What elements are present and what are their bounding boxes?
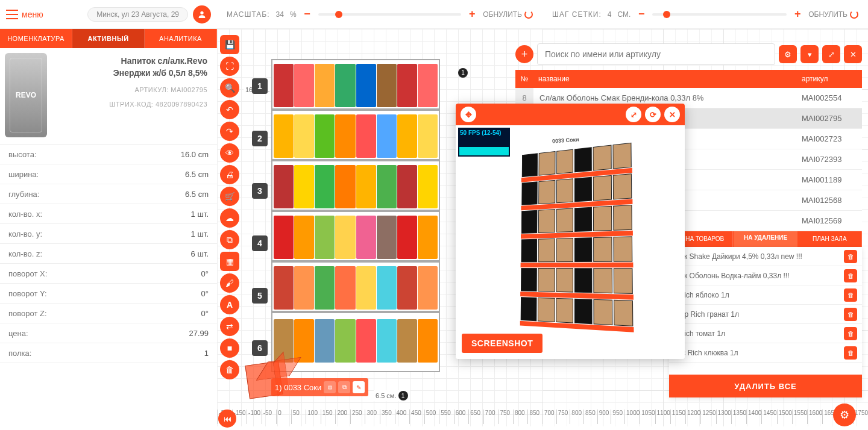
preview-fullscreen-button[interactable]: ⤢ <box>626 107 641 122</box>
slider-thumb[interactable] <box>663 11 670 18</box>
rack-3d[interactable] <box>520 142 634 332</box>
settings-button[interactable]: ⚙ <box>779 45 797 63</box>
product-facing[interactable] <box>377 266 397 310</box>
product-facing[interactable] <box>274 165 294 208</box>
scale-plus-button[interactable]: + <box>467 10 477 19</box>
property-row[interactable]: поворот Z:0° <box>0 304 217 323</box>
product-facing[interactable] <box>335 319 355 363</box>
preview-3d-body[interactable]: 50 FPS (12-54) 0033 Соки SCREENSHOT <box>456 125 685 359</box>
calculator-button[interactable]: ▦ <box>220 252 239 271</box>
shelf[interactable] <box>272 263 439 313</box>
property-row[interactable]: поворот X:0° <box>0 264 217 284</box>
deletion-row[interactable]: ктар Rich гранат 1л🗑 <box>669 305 862 324</box>
slider-thumb[interactable] <box>335 11 342 18</box>
deletion-row[interactable]: орс Rich клюква 1л🗑 <box>669 343 862 363</box>
menu-button[interactable]: меню <box>6 10 43 19</box>
product-facing[interactable] <box>418 64 438 107</box>
product-facing[interactable] <box>356 319 376 363</box>
deletion-row[interactable]: к Rich яблоко 1л🗑 <box>669 285 862 305</box>
move-button[interactable]: ✥ <box>461 107 476 122</box>
undo-button[interactable]: ↶ <box>220 100 239 119</box>
product-facing[interactable] <box>397 319 417 363</box>
duplicate-button[interactable]: ⧉ <box>220 230 239 249</box>
grid-minus-button[interactable]: − <box>637 10 646 19</box>
trash-icon[interactable]: 🗑 <box>844 327 857 340</box>
property-row[interactable]: цена:27.99 <box>0 323 217 343</box>
property-row[interactable]: кол-во. y:1 шт. <box>0 224 217 244</box>
block-edit-icon[interactable]: ✎ <box>353 381 365 393</box>
product-facing[interactable] <box>294 165 314 208</box>
block-tag[interactable]: 1) 0033 Соки ⚙ ⧉ ✎ <box>271 378 368 396</box>
swap-button[interactable]: ⇄ <box>220 317 239 336</box>
scale-reset-button[interactable]: ОБНУЛИТЬ <box>483 10 533 19</box>
preview-3d-header[interactable]: ✥ ⤢ ⟳ ✕ <box>456 104 685 125</box>
shelf[interactable] <box>272 212 439 263</box>
upload-button[interactable]: ☁ <box>220 208 239 228</box>
product-facing[interactable] <box>377 64 397 107</box>
product-facing[interactable] <box>397 216 417 259</box>
redo-button[interactable]: ↷ <box>220 122 239 141</box>
grid-plus-button[interactable]: + <box>793 10 802 19</box>
product-facing[interactable] <box>418 216 438 259</box>
delete-button[interactable]: 🗑 <box>220 360 239 379</box>
property-row[interactable]: глубина:6.5 cm <box>0 184 217 204</box>
product-facing[interactable] <box>274 64 294 107</box>
product-facing[interactable] <box>294 216 314 259</box>
add-button[interactable]: + <box>515 45 533 63</box>
block-settings-icon[interactable]: ⚙ <box>324 381 336 393</box>
product-facing[interactable] <box>274 216 294 259</box>
property-row[interactable]: ширина:6.5 cm <box>0 164 217 184</box>
product-facing[interactable] <box>294 64 314 107</box>
product-facing[interactable] <box>274 266 294 310</box>
product-facing[interactable] <box>377 114 397 158</box>
product-facing[interactable] <box>294 319 314 363</box>
shelf[interactable] <box>272 111 439 161</box>
product-facing[interactable] <box>356 216 376 259</box>
product-facing[interactable] <box>335 165 355 208</box>
product-facing[interactable] <box>377 319 397 363</box>
product-facing[interactable] <box>315 165 335 208</box>
product-facing[interactable] <box>397 64 417 107</box>
text-button[interactable]: A <box>220 295 239 314</box>
stop-button[interactable]: ■ <box>220 338 239 358</box>
location-text[interactable]: Минск, ул 23 Августа, 29 <box>87 7 188 22</box>
preview-close-button[interactable]: ✕ <box>664 107 680 122</box>
product-facing[interactable] <box>356 266 376 310</box>
property-row[interactable]: поворот Y:0° <box>0 284 217 304</box>
preview-refresh-button[interactable]: ⟳ <box>645 107 661 122</box>
grid-slider[interactable] <box>652 13 787 16</box>
search-button[interactable]: 🔍 <box>220 78 239 98</box>
product-facing[interactable] <box>294 114 314 158</box>
tab-analytics[interactable]: АНАЛИТИКА <box>145 29 217 48</box>
trash-icon[interactable]: 🗑 <box>844 308 857 321</box>
preview-3d-window[interactable]: ✥ ⤢ ⟳ ✕ 50 FPS (12-54) 0033 Соки SCREENS… <box>456 104 685 359</box>
cart-button[interactable]: 🛒 <box>220 187 239 206</box>
product-facing[interactable] <box>335 266 355 310</box>
deletion-row[interactable]: /алк Оболонь Водка-лайм 0,33л !!!🗑 <box>669 266 862 285</box>
product-facing[interactable] <box>356 165 376 208</box>
product-facing[interactable] <box>315 319 335 363</box>
product-facing[interactable] <box>356 114 376 158</box>
scale-slider[interactable] <box>318 13 462 16</box>
product-facing[interactable] <box>418 266 438 310</box>
product-facing[interactable] <box>418 165 438 208</box>
screenshot-button[interactable]: SCREENSHOT <box>462 334 542 353</box>
shelf[interactable] <box>272 313 439 364</box>
scale-minus-button[interactable]: − <box>303 10 312 19</box>
fullscreen-button[interactable]: ⛶ <box>220 57 239 76</box>
product-facing[interactable] <box>294 266 314 310</box>
settings-floating-button[interactable]: ⚙ <box>833 404 856 426</box>
product-facing[interactable] <box>315 216 335 259</box>
deletion-row[interactable]: к Rich томат 1л🗑 <box>669 324 862 343</box>
deletion-row[interactable]: /алк Shake Дайкири 4,5% 0,33л new !!!🗑 <box>669 247 862 266</box>
product-facing[interactable] <box>418 319 438 363</box>
product-facing[interactable] <box>377 216 397 259</box>
print-button[interactable]: 🖨 <box>220 165 239 184</box>
grid-reset-button[interactable]: ОБНУЛИТЬ <box>808 10 858 19</box>
product-facing[interactable] <box>418 114 438 158</box>
trash-icon[interactable]: 🗑 <box>844 288 857 302</box>
block-copy-icon[interactable]: ⧉ <box>338 381 350 393</box>
close-button[interactable]: ✕ <box>844 45 862 63</box>
visibility-button[interactable]: 👁 <box>220 143 239 163</box>
tab-floor-plan[interactable]: ПЛАН ЗАЛА <box>798 230 862 247</box>
